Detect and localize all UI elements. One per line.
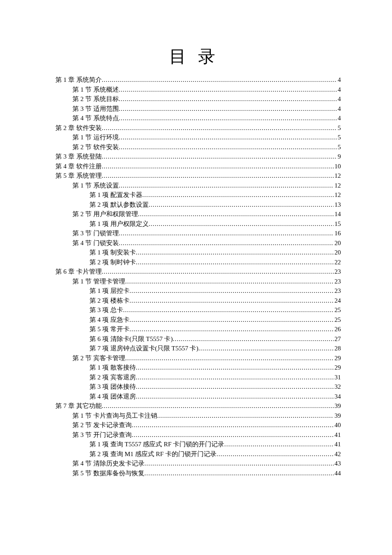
toc-entry-label: 第 2 项 宾客退房 <box>89 373 136 382</box>
toc-entry-label: 第 2 节 系统目标 <box>72 94 119 104</box>
toc-entry-label: 第 2 节 用户和权限管理 <box>72 209 138 219</box>
toc-entry-label: 第 1 节 运行环境 <box>72 133 119 142</box>
toc-entry-label: 第 6 章 卡片管理 <box>55 267 102 277</box>
toc-title: 目录 <box>55 45 341 68</box>
toc-leader <box>216 449 334 459</box>
toc-leader <box>119 142 337 152</box>
toc-entry-page: 15 <box>334 219 341 229</box>
toc-entry-label: 第 5 章 系统管理 <box>55 171 102 181</box>
toc-leader <box>198 344 334 353</box>
toc-leader <box>119 85 337 95</box>
toc-leader <box>136 363 334 373</box>
toc-entry-page: 43 <box>334 459 341 468</box>
toc-leader <box>119 181 334 191</box>
toc-entry: 第 4 节 门锁安装20 <box>55 238 341 248</box>
toc-entry-label: 第 6 项 清除卡(只限 T5557 卡) <box>89 334 173 344</box>
toc-leader <box>130 324 334 334</box>
toc-entry: 第 2 项 楼栋卡24 <box>55 296 341 306</box>
toc-entry: 第 4 章 软件注册10 <box>55 162 341 171</box>
toc-entry-label: 第 5 项 常开卡 <box>89 324 130 334</box>
toc-entry: 第 3 项 总卡25 <box>55 305 341 315</box>
toc-list: 第 1 章 系统简介4第 1 节 系统概述4第 2 节 系统目标4第 3 节 适… <box>55 75 341 478</box>
toc-entry-label: 第 2 项 默认参数设置 <box>89 200 149 210</box>
toc-leader <box>119 113 337 123</box>
toc-entry-page: 23 <box>334 267 341 277</box>
toc-entry: 第 4 项 团体退房34 <box>55 392 341 402</box>
toc-entry-label: 第 1 项 制安装卡 <box>89 248 136 257</box>
toc-entry-page: 9 <box>337 152 341 162</box>
toc-entry-label: 第 2 节 宾客卡管理 <box>72 353 125 363</box>
toc-entry-page: 4 <box>337 75 341 85</box>
toc-leader <box>102 171 334 181</box>
toc-entry: 第 1 节 系统概述4 <box>55 85 341 95</box>
toc-entry: 第 2 章 软件安装5 <box>55 123 341 133</box>
toc-leader <box>138 209 334 219</box>
toc-leader <box>173 334 334 344</box>
toc-leader <box>142 190 334 200</box>
toc-entry: 第 1 项 制安装卡20 <box>55 248 341 257</box>
toc-entry-label: 第 3 节 适用范围 <box>72 104 119 114</box>
toc-entry-label: 第 2 节 发卡记录查询 <box>72 420 132 430</box>
toc-entry-label: 第 4 项 团体退房 <box>89 392 136 402</box>
toc-leader <box>136 382 334 392</box>
toc-entry-label: 第 1 项 查询 T5557 感应式 RF 卡门锁的开门记录 <box>89 439 224 449</box>
toc-leader <box>130 315 334 325</box>
document-page: 目录 第 1 章 系统简介4第 1 节 系统概述4第 2 节 系统目标4第 3 … <box>0 0 392 555</box>
toc-entry: 第 5 节 数据库备份与恢复44 <box>55 468 341 478</box>
toc-leader <box>130 286 334 296</box>
toc-leader <box>136 257 334 267</box>
toc-entry: 第 3 节 适用范围4 <box>55 104 341 114</box>
toc-entry: 第 3 节 开门记录查询41 <box>55 430 341 440</box>
toc-leader <box>144 459 334 468</box>
toc-entry: 第 1 节 运行环境5 <box>55 133 341 142</box>
toc-leader <box>224 439 334 449</box>
toc-entry: 第 2 项 制时钟卡22 <box>55 257 341 267</box>
toc-entry: 第 5 项 常开卡26 <box>55 324 341 334</box>
toc-entry-page: 29 <box>334 363 341 373</box>
toc-entry-page: 31 <box>334 373 341 382</box>
toc-entry: 第 2 节 用户和权限管理14 <box>55 209 341 219</box>
toc-entry: 第 2 项 查询 M1 感应式 RF 卡的门锁开门记录 42 <box>55 449 341 459</box>
toc-leader <box>102 123 337 133</box>
toc-leader <box>125 277 334 286</box>
toc-entry-page: 20 <box>334 248 341 257</box>
toc-entry-label: 第 2 项 楼栋卡 <box>89 296 130 306</box>
toc-entry-label: 第 1 节 系统设置 <box>72 181 119 191</box>
toc-leader <box>136 248 334 257</box>
toc-leader <box>149 200 334 210</box>
toc-entry-page: 28 <box>334 344 341 353</box>
toc-entry-label: 第 2 项 查询 M1 感应式 RF 卡的门锁开门记录 <box>89 449 216 459</box>
toc-leader <box>125 353 334 363</box>
toc-entry-page: 4 <box>337 104 341 114</box>
toc-entry: 第 3 项 团体接待32 <box>55 382 341 392</box>
toc-entry: 第 4 项 应急卡25 <box>55 315 341 325</box>
toc-entry-page: 27 <box>334 334 341 344</box>
toc-entry: 第 1 项 用户权限定义15 <box>55 219 341 229</box>
toc-entry-label: 第 1 项 散客接待 <box>89 363 136 373</box>
toc-entry: 第 3 节 门锁管理16 <box>55 228 341 238</box>
toc-entry-label: 第 4 节 门锁安装 <box>72 238 119 248</box>
toc-entry-page: 4 <box>337 85 341 95</box>
toc-entry-label: 第 4 章 软件注册 <box>55 162 102 171</box>
toc-entry-page: 42 <box>334 449 341 459</box>
toc-entry-page: 10 <box>334 162 341 171</box>
toc-entry-page: 5 <box>337 123 341 133</box>
toc-entry: 第 6 章 卡片管理23 <box>55 267 341 277</box>
toc-leader <box>119 94 337 104</box>
toc-entry-label: 第 3 项 团体接待 <box>89 382 136 392</box>
toc-entry: 第 3 章 系统登陆9 <box>55 152 341 162</box>
toc-entry-label: 第 1 项 配置发卡器 <box>89 190 142 200</box>
toc-entry: 第 1 章 系统简介4 <box>55 75 341 85</box>
toc-leader <box>102 152 337 162</box>
toc-entry-page: 20 <box>334 238 341 248</box>
toc-leader <box>102 401 334 411</box>
toc-entry: 第 6 项 清除卡(只限 T5557 卡)27 <box>55 334 341 344</box>
toc-entry-page: 5 <box>337 133 341 142</box>
toc-entry: 第 2 节 软件安装5 <box>55 142 341 152</box>
toc-entry-page: 39 <box>334 401 341 411</box>
toc-entry-label: 第 1 项 用户权限定义 <box>89 219 149 229</box>
toc-leader <box>102 162 334 171</box>
toc-entry-page: 4 <box>337 94 341 104</box>
toc-leader <box>136 373 334 382</box>
toc-entry: 第 1 项 层控卡23 <box>55 286 341 296</box>
